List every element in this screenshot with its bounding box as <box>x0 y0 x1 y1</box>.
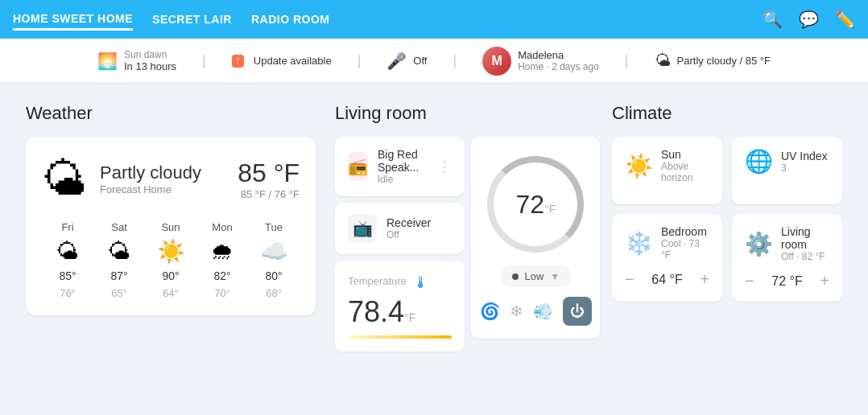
weather-location: Forecast Home <box>100 183 225 195</box>
update-item[interactable]: ! Update available <box>232 55 332 68</box>
forecast-sun-icon: ☀️ <box>157 238 185 265</box>
lr-climate-temp: 72 °F <box>771 274 802 289</box>
forecast-fri-high: 85° <box>59 269 76 282</box>
avatar: M <box>482 47 511 76</box>
divider-3: | <box>453 52 457 69</box>
thermostat-mode-dot <box>512 273 519 280</box>
weather-short-icon: 🌤 <box>655 51 671 70</box>
lr-climate-header: ⚙️ Living room Off · 82 °F <box>745 225 829 262</box>
receiver-info: Receiver Off <box>386 216 431 240</box>
mic-icon: 🎤 <box>386 51 407 71</box>
forecast-fri: Fri 🌤 85° 76° <box>42 221 93 299</box>
wind-icon[interactable]: 💨 <box>533 302 553 321</box>
user-item: M Madelena Home · 2 days ago <box>482 47 599 76</box>
speaker-name: Big Red Speak... <box>378 148 428 174</box>
climate-grid: ☀️ Sun Above horizon 🌐 UV Index 3 <box>612 137 842 302</box>
weather-condition: Partly cloudy <box>100 162 225 183</box>
speaker-menu-icon[interactable]: ⋮ <box>437 158 452 175</box>
thermostat-mode-select[interactable]: Low ▼ <box>501 265 572 287</box>
speaker-info: Big Red Speak... Idle <box>378 148 428 185</box>
uv-name: UV Index <box>781 150 828 162</box>
lr-plus-btn[interactable]: + <box>820 272 829 290</box>
living-room-grid: 📻 Big Red Speak... Idle ⋮ 📺 Receiver Off <box>335 137 593 351</box>
lr-climate-status: Off · 82 °F <box>781 251 829 262</box>
forecast-sat: Sat 🌤 87° 65° <box>93 221 145 299</box>
search-icon[interactable]: 🔍 <box>763 10 783 29</box>
weather-temp-block: 85 °F 85 °F / 76 °F <box>238 158 300 200</box>
forecast-tue-low: 68° <box>266 287 282 299</box>
forecast-fri-icon: 🌤 <box>56 238 79 265</box>
temperature-label: Temperature <box>348 275 407 287</box>
forecast-fri-name: Fri <box>61 221 73 233</box>
uv-info: UV Index 3 <box>781 150 828 174</box>
nav-item-home[interactable]: HOME SWEET HOME <box>13 9 133 31</box>
temperature-value: 78.4 <box>348 295 404 328</box>
mic-label: Off <box>413 55 427 67</box>
forecast-tue-icon: ☁️ <box>260 238 288 265</box>
divider-2: | <box>358 52 362 69</box>
forecast-mon-icon: 🌧 <box>211 238 234 265</box>
forecast-sun: Sun ☀️ 90° 64° <box>145 221 196 299</box>
power-button[interactable]: ⏻ <box>563 297 592 326</box>
temperature-card: Temperature 🌡 78.4°F <box>335 261 465 351</box>
speaker-icon: 📻 <box>348 152 368 181</box>
thermostat-mode-label: Low <box>525 270 544 282</box>
thermostat-unit: °F <box>544 203 556 216</box>
weather-icon-large: 🌤 <box>42 153 87 205</box>
living-room-title: Living room <box>335 103 593 124</box>
weather-card: 🌤 Partly cloudy Forecast Home 85 °F 85 °… <box>26 137 316 315</box>
uv-icon: 🌐 <box>745 148 773 175</box>
bedroom-control: − 64 °F + <box>625 270 709 289</box>
snowflake-icon[interactable]: ❄ <box>510 302 523 321</box>
forecast-sun-high: 90° <box>162 269 179 282</box>
weather-short-item: 🌤 Partly cloudy / 85 °F <box>655 51 771 70</box>
fan-icon[interactable]: 🌀 <box>480 302 500 321</box>
bedroom-plus-btn[interactable]: + <box>700 270 709 289</box>
bedroom-name: Bedroom <box>661 225 709 238</box>
weather-info: Partly cloudy Forecast Home <box>100 162 225 195</box>
edit-icon[interactable]: ✏️ <box>835 10 855 29</box>
bedroom-icon: ❄️ <box>625 230 653 257</box>
sun-dawn-value: In 13 hours <box>124 60 176 72</box>
lr-climate-icon: ⚙️ <box>745 231 773 257</box>
uv-header: 🌐 UV Index 3 <box>745 148 829 175</box>
climate-card-lr: ⚙️ Living room Off · 82 °F − 72 °F + <box>732 214 842 302</box>
nav-icons: 🔍 💬 ✏️ <box>763 10 855 29</box>
lr-right: 72°F Low ▼ 🌀 ❄ 💨 ⏻ <box>471 137 600 351</box>
info-bar: 🌅 Sun dawn In 13 hours | ! Update availa… <box>0 39 868 84</box>
forecast: Fri 🌤 85° 76° Sat 🌤 87° 65° Sun ☀️ 90° 6… <box>42 221 300 299</box>
forecast-sat-high: 87° <box>110 269 127 282</box>
bedroom-minus-btn[interactable]: − <box>625 270 634 289</box>
mic-item: 🎤 Off <box>386 51 427 71</box>
weather-temp: 85 °F <box>238 158 300 188</box>
forecast-mon-low: 70° <box>214 287 230 299</box>
forecast-tue-name: Tue <box>265 221 283 233</box>
device-card-speaker[interactable]: 📻 Big Red Speak... Idle ⋮ <box>335 137 465 196</box>
forecast-sun-name: Sun <box>161 221 180 233</box>
device-card-receiver[interactable]: 📺 Receiver Off <box>335 203 465 254</box>
bedroom-info: Bedroom Cool · 73 °F <box>661 225 709 261</box>
thermostat-dial: 72°F <box>487 156 584 253</box>
sun-icon: ☀️ <box>625 153 653 179</box>
forecast-fri-low: 76° <box>60 287 76 299</box>
forecast-sat-icon: 🌤 <box>108 238 130 265</box>
lr-minus-btn[interactable]: − <box>745 272 754 290</box>
weather-section: Weather 🌤 Partly cloudy Forecast Home 85… <box>26 103 316 351</box>
sun-dawn-item: 🌅 Sun dawn In 13 hours <box>97 49 176 72</box>
main-content: Weather 🌤 Partly cloudy Forecast Home 85… <box>0 84 868 371</box>
forecast-mon: Mon 🌧 82° 70° <box>196 221 248 299</box>
thermostat-temp: 72 <box>516 190 545 219</box>
thermostat-controls: 🌀 ❄ 💨 ⏻ <box>480 297 592 326</box>
chat-icon[interactable]: 💬 <box>799 10 819 29</box>
receiver-icon: 📺 <box>348 214 377 243</box>
forecast-sat-name: Sat <box>111 221 127 233</box>
nav-item-secret[interactable]: SECRET LAIR <box>152 10 232 29</box>
weather-short-text: Partly cloudy / 85 °F <box>677 55 771 67</box>
temperature-unit: °F <box>404 311 415 324</box>
climate-section: Climate ☀️ Sun Above horizon 🌐 UV Index <box>612 103 842 351</box>
sun-info: Sun Above horizon <box>661 148 709 183</box>
thermostat-card: 72°F Low ▼ 🌀 ❄ 💨 ⏻ <box>471 137 600 339</box>
nav-item-radio[interactable]: RADIO ROOM <box>251 10 330 29</box>
sun-name: Sun <box>661 148 709 161</box>
sun-dawn-label: Sun dawn <box>124 49 176 60</box>
